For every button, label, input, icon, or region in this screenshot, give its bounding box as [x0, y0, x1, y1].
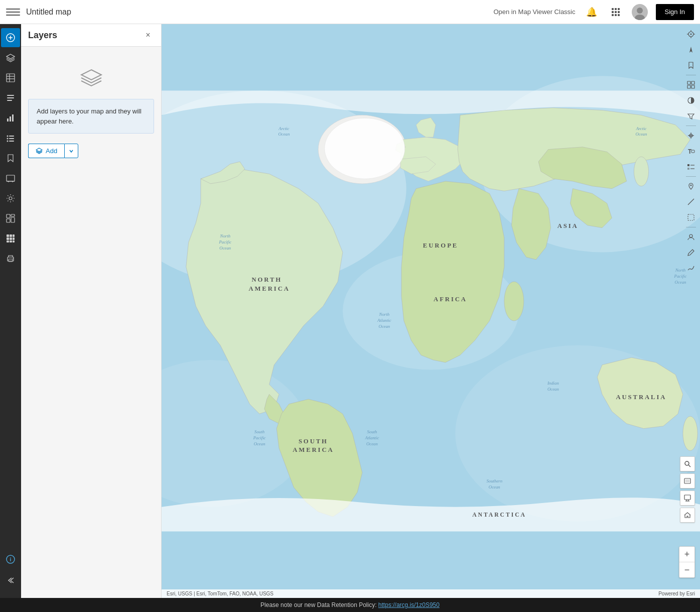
svg-line-128 [688, 465, 690, 467]
svg-rect-109 [687, 85, 690, 88]
avatar[interactable] [632, 4, 648, 20]
sidebar-item-grid[interactable] [1, 229, 20, 248]
svg-rect-8 [618, 14, 620, 16]
sidebar-item-bookmark[interactable] [1, 149, 20, 168]
filter-tool[interactable] [684, 109, 698, 123]
sidebar-collapse-icon[interactable] [1, 571, 20, 590]
opacity-tool[interactable] [684, 93, 698, 107]
sidebar-info-icon[interactable]: i [1, 550, 20, 569]
svg-text:Ocean: Ocean [254, 441, 265, 446]
svg-text:Indian: Indian [547, 381, 559, 386]
svg-text:Arctic: Arctic [635, 126, 646, 131]
apps-icon[interactable] [608, 4, 624, 20]
svg-point-10 [637, 8, 643, 14]
layers-empty-icon [79, 67, 103, 91]
svg-rect-7 [615, 14, 617, 16]
sidebar-item-fields[interactable] [1, 88, 20, 107]
svg-text:Pacific: Pacific [218, 239, 231, 244]
policy-link[interactable]: https://arcg.is/1z0S950 [378, 601, 440, 608]
sketch-tool[interactable] [684, 261, 698, 275]
svg-point-28 [7, 138, 9, 140]
svg-rect-41 [7, 234, 9, 237]
sidebar-item-media[interactable] [1, 169, 20, 188]
pin-tool[interactable] [684, 179, 698, 193]
pencil-tool[interactable] [684, 246, 698, 260]
map-area[interactable]: NORTH AMERICA SOUTH AMERICA EUROPE AFRIC… [162, 24, 700, 598]
legend-tool[interactable] [684, 160, 698, 174]
svg-rect-3 [612, 11, 614, 13]
svg-point-26 [7, 136, 9, 137]
svg-rect-5 [618, 11, 620, 13]
bottom-status-bar: Please note our new Data Retention Polic… [0, 598, 700, 612]
sidebar-item-layers[interactable] [1, 48, 20, 67]
map-bottom-icons [680, 456, 695, 523]
svg-marker-106 [689, 47, 692, 53]
snapping-tool[interactable] [684, 129, 698, 143]
svg-text:Ocean: Ocean [278, 132, 290, 137]
svg-text:Arctic: Arctic [278, 126, 289, 131]
svg-line-122 [688, 199, 694, 205]
svg-rect-130 [685, 479, 689, 482]
svg-rect-21 [7, 97, 14, 98]
svg-line-124 [691, 200, 692, 201]
zoom-out-button[interactable]: − [679, 562, 694, 577]
svg-rect-40 [11, 217, 15, 222]
home-button[interactable] [680, 508, 695, 523]
layers-panel-close[interactable]: × [142, 29, 154, 41]
sidebar-item-tables[interactable] [1, 68, 20, 87]
topbar-right: Open in Map Viewer Classic 🔔 Sign In [493, 4, 694, 20]
svg-text:AUSTRALIA: AUSTRALIA [616, 394, 666, 401]
svg-rect-131 [684, 495, 690, 500]
left-sidebar: i [0, 24, 21, 598]
svg-rect-117 [687, 164, 689, 166]
sidebar-item-list[interactable] [1, 129, 20, 148]
svg-rect-27 [9, 136, 14, 137]
svg-rect-16 [7, 74, 15, 82]
map-search-button[interactable] [680, 456, 695, 471]
profile-tool[interactable] [684, 230, 698, 244]
notifications-icon[interactable]: 🔔 [584, 4, 600, 20]
svg-text:Ocean: Ocean [547, 387, 559, 392]
zoom-controls: + − [679, 546, 695, 578]
map-viewer-classic-link[interactable]: Open in Map Viewer Classic [493, 8, 575, 16]
sidebar-item-charts[interactable] [1, 108, 20, 128]
svg-marker-55 [81, 70, 101, 80]
svg-rect-119 [687, 168, 689, 170]
svg-rect-31 [9, 141, 14, 142]
add-dropdown-button[interactable] [64, 144, 78, 158]
svg-point-127 [685, 461, 689, 465]
labels-tool[interactable]: T [684, 144, 698, 158]
layers-empty-message: Add layers to your map and they will app… [28, 99, 154, 134]
locate-tool[interactable] [684, 27, 698, 41]
svg-rect-43 [13, 234, 15, 237]
svg-rect-22 [7, 100, 12, 101]
svg-text:Southern: Southern [486, 478, 502, 483]
svg-rect-25 [12, 114, 14, 121]
svg-text:Atlantic: Atlantic [377, 318, 391, 323]
map-right-tools: T [682, 24, 700, 278]
add-button-group: Add [28, 144, 78, 158]
svg-rect-125 [688, 214, 694, 220]
signin-button[interactable]: Sign In [656, 4, 694, 20]
svg-text:Ocean: Ocean [366, 441, 378, 446]
select-tool[interactable] [684, 210, 698, 224]
north-arrow-tool[interactable] [684, 43, 698, 57]
sidebar-item-settings[interactable] [1, 189, 20, 208]
add-layer-button[interactable]: Add [28, 144, 64, 158]
sidebar-item-print[interactable] [1, 249, 20, 268]
svg-text:Ocean: Ocean [378, 324, 390, 329]
bookmark-tool[interactable] [684, 58, 698, 72]
world-map-svg: NORTH AMERICA SOUTH AMERICA EUROPE AFRIC… [162, 24, 700, 598]
measure-tool[interactable] [684, 195, 698, 209]
monitor-button[interactable] [680, 491, 695, 506]
screenshot-button[interactable] [680, 473, 695, 488]
svg-text:ASIA: ASIA [557, 222, 579, 229]
sidebar-item-dashboard[interactable] [1, 209, 20, 228]
sidebar-item-add[interactable] [1, 28, 20, 47]
svg-rect-48 [10, 240, 12, 242]
svg-rect-46 [13, 237, 15, 240]
menu-icon[interactable] [6, 5, 20, 19]
zoom-in-button[interactable]: + [679, 547, 694, 562]
basemap-tool[interactable] [684, 78, 698, 92]
svg-rect-42 [10, 234, 12, 237]
